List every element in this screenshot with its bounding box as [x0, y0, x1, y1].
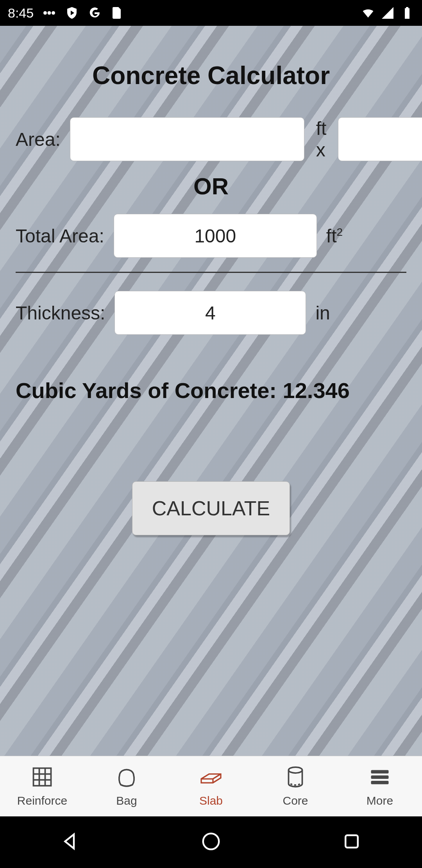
total-area-unit-exponent: 2 — [336, 226, 343, 238]
bag-icon — [115, 765, 138, 790]
calculate-wrap: CALCULATE — [16, 481, 406, 535]
area-width-input[interactable] — [70, 117, 304, 161]
notification-dots-icon — [42, 6, 56, 20]
svg-point-3 — [289, 767, 302, 773]
nav-back-button[interactable] — [60, 831, 81, 854]
play-protect-icon — [65, 6, 79, 20]
slab-icon — [199, 765, 223, 790]
total-area-unit: ft2 — [326, 225, 343, 247]
area-row: Area: ft x ft — [16, 117, 406, 161]
status-left-cluster: 8:45 — [8, 5, 124, 21]
result-text: Cubic Yards of Concrete: 12.346 — [16, 378, 406, 403]
android-nav-bar — [0, 816, 422, 868]
tab-label-reinforce: Reinforce — [17, 794, 67, 807]
page-title: Concrete Calculator — [16, 61, 406, 90]
google-g-icon — [88, 6, 102, 20]
section-divider — [16, 272, 406, 273]
total-area-row: Total Area: ft2 — [16, 214, 406, 258]
tab-label-more: More — [367, 794, 393, 807]
thickness-label: Thickness: — [16, 302, 105, 324]
tab-bag[interactable]: Bag — [84, 756, 169, 816]
svg-rect-6 — [371, 781, 389, 784]
status-clock: 8:45 — [8, 5, 34, 21]
thickness-row: Thickness: in — [16, 291, 406, 335]
area-ftx-label: ft x — [314, 118, 329, 161]
bottom-tab-bar: Reinforce Bag Slab — [0, 756, 422, 816]
tab-core[interactable]: Core — [253, 756, 338, 816]
nav-recents-button[interactable] — [341, 831, 362, 854]
app-content: Concrete Calculator Area: ft x ft OR Tot… — [0, 26, 422, 535]
status-right-cluster — [361, 6, 414, 20]
svg-point-2 — [52, 11, 55, 15]
total-area-input[interactable] — [114, 214, 317, 258]
sim-card-icon — [110, 6, 124, 20]
svg-point-7 — [203, 834, 219, 850]
tab-label-slab: Slab — [199, 794, 223, 807]
tab-more[interactable]: More — [338, 756, 422, 816]
total-area-label: Total Area: — [16, 225, 104, 247]
or-divider-text: OR — [16, 173, 406, 200]
grid-icon — [30, 765, 54, 790]
nav-home-button[interactable] — [200, 831, 222, 854]
tab-slab[interactable]: Slab — [169, 756, 253, 816]
svg-rect-8 — [345, 835, 358, 848]
hamburger-menu-icon — [368, 765, 392, 790]
battery-icon — [400, 6, 414, 20]
svg-point-0 — [43, 11, 47, 15]
cell-signal-icon — [381, 6, 395, 20]
wifi-icon — [361, 6, 375, 20]
tab-label-bag: Bag — [116, 794, 137, 807]
thickness-input[interactable] — [114, 291, 306, 335]
tab-reinforce[interactable]: Reinforce — [0, 756, 84, 816]
total-area-unit-ft: ft — [326, 226, 337, 246]
area-height-input[interactable] — [338, 117, 422, 161]
app-root: Concrete Calculator Area: ft x ft OR Tot… — [0, 26, 422, 816]
area-label: Area: — [16, 129, 61, 150]
thickness-unit-in: in — [315, 302, 330, 324]
svg-point-1 — [48, 11, 51, 15]
calculate-button[interactable]: CALCULATE — [132, 481, 290, 535]
svg-rect-5 — [371, 775, 389, 779]
android-status-bar: 8:45 — [0, 0, 422, 26]
tab-label-core: Core — [283, 794, 308, 807]
cylinder-icon — [284, 765, 307, 790]
svg-rect-4 — [371, 770, 389, 774]
